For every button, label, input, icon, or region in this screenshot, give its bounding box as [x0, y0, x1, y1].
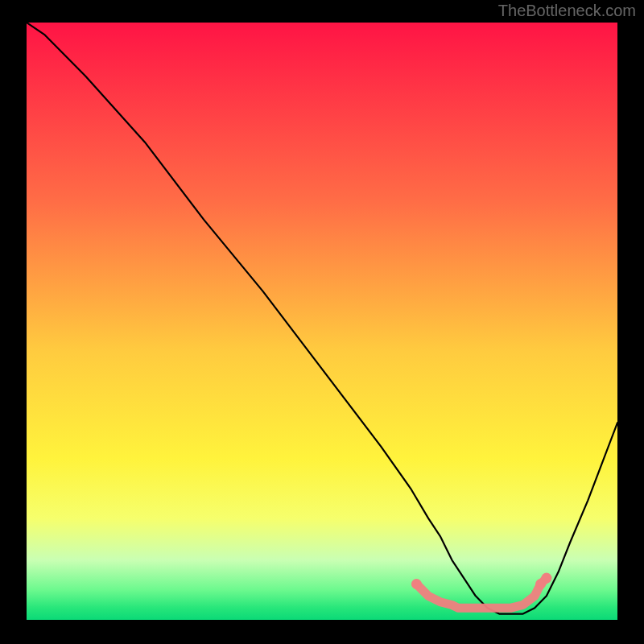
svg-point-2 [541, 573, 551, 584]
plot-area [27, 23, 617, 620]
chart-container: TheBottleneck.com [0, 0, 644, 644]
svg-point-0 [411, 579, 422, 589]
gradient-background [27, 23, 617, 620]
watermark-text: TheBottleneck.com [498, 2, 636, 20]
chart-svg [27, 23, 617, 620]
